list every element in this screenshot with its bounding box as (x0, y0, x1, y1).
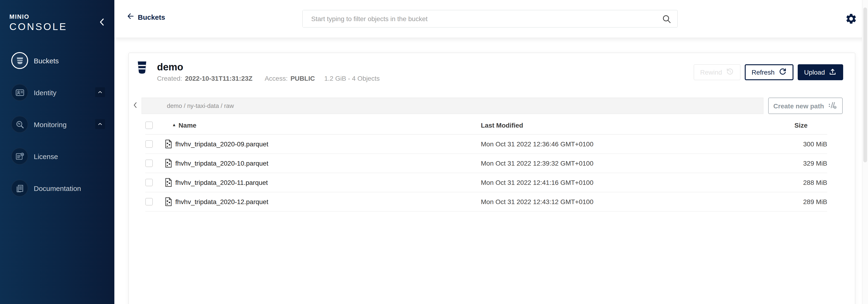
object-file-icon (164, 139, 173, 149)
sidebar-item-label: License (34, 152, 58, 160)
sidebar: MINIO CONSOLE Buckets Identity Monitorin… (0, 0, 114, 304)
bucket-usage-summary: 1.2 GiB - 4 Objects (324, 75, 380, 82)
row-checkbox[interactable] (145, 198, 153, 205)
license-icon (11, 148, 28, 165)
object-file-icon (164, 159, 173, 168)
bucket-browser-card: demo Created: 2022-10-31T11:31:23Z Acces… (128, 53, 855, 304)
sidebar-item-label: Documentation (34, 184, 81, 192)
rewind-icon (726, 67, 734, 77)
access-value: PUBLIC (290, 75, 315, 82)
sidebar-item-label: Buckets (34, 57, 59, 64)
bucket-icon (11, 52, 28, 69)
bucket-name-title: demo (157, 61, 183, 73)
topbar: Buckets (114, 0, 868, 37)
column-header-name[interactable]: ▲ Name (153, 121, 481, 129)
table-row[interactable]: fhvhv_tripdata_2020-10.parquet Mon Oct 3… (145, 154, 827, 173)
row-checkbox[interactable] (145, 140, 153, 148)
refresh-icon (778, 67, 786, 77)
sidebar-item-label: Monitoring (34, 120, 67, 128)
object-last-modified: Mon Oct 31 2022 12:39:32 GMT+0100 (481, 160, 734, 167)
arrow-left-icon (127, 12, 134, 22)
rewind-button[interactable]: Rewind (694, 64, 740, 80)
topbar-title: Buckets (138, 13, 165, 21)
documentation-icon (11, 180, 28, 197)
chevron-left-icon (132, 101, 140, 110)
minio-logo: MINIO CONSOLE (0, 0, 114, 32)
table-header-row: ▲ Name Last Modified Size (145, 116, 827, 135)
sort-ascending-icon: ▲ (172, 123, 176, 127)
create-path-icon (828, 101, 838, 110)
chevron-up-icon[interactable] (95, 119, 105, 129)
bucket-metadata: Created: 2022-10-31T11:31:23Z Access: PU… (157, 75, 380, 82)
table-row[interactable]: fhvhv_tripdata_2020-11.parquet Mon Oct 3… (145, 173, 827, 192)
object-last-modified: Mon Oct 31 2022 12:41:16 GMT+0100 (481, 179, 734, 186)
table-row[interactable]: fhvhv_tripdata_2020-09.parquet Mon Oct 3… (145, 135, 827, 154)
object-filter-searchbox (302, 10, 678, 28)
gear-icon (845, 18, 857, 26)
row-checkbox[interactable] (145, 160, 153, 167)
path-back-button[interactable] (130, 98, 142, 114)
settings-button[interactable] (845, 13, 857, 25)
bucket-actions: Rewind Refresh Upload (694, 64, 843, 80)
column-header-size: Size (734, 121, 827, 129)
object-last-modified: Mon Oct 31 2022 12:43:12 GMT+0100 (481, 198, 734, 205)
object-name: fhvhv_tripdata_2020-12.parquet (175, 198, 268, 205)
created-value: 2022-10-31T11:31:23Z (185, 75, 252, 82)
chevron-up-icon[interactable] (95, 87, 105, 97)
object-size: 300 MiB (734, 140, 827, 148)
sidebar-item-documentation[interactable]: Documentation (0, 172, 114, 204)
breadcrumb: demo / ny-taxi-data / raw (142, 98, 764, 114)
upload-button[interactable]: Upload (798, 64, 843, 80)
identity-icon (11, 84, 28, 101)
bucket-icon (137, 61, 147, 74)
object-file-icon (164, 178, 173, 187)
object-last-modified: Mon Oct 31 2022 12:36:46 GMT+0100 (481, 140, 734, 148)
object-size: 288 MiB (734, 179, 827, 186)
row-checkbox[interactable] (145, 179, 153, 186)
object-filter-input[interactable] (303, 10, 662, 27)
create-new-path-button[interactable]: Create new path (768, 98, 843, 114)
upload-icon (829, 67, 837, 77)
object-name: fhvhv_tripdata_2020-11.parquet (175, 179, 268, 186)
sidebar-item-label: Identity (34, 88, 57, 96)
column-header-last-modified: Last Modified (481, 121, 734, 129)
refresh-button[interactable]: Refresh (744, 64, 793, 80)
sidebar-item-monitoring[interactable]: Monitoring (0, 108, 114, 140)
table-body: fhvhv_tripdata_2020-09.parquet Mon Oct 3… (145, 135, 827, 212)
sidebar-collapse-button[interactable] (97, 17, 107, 27)
scrollbar-thumb[interactable] (863, 7, 867, 162)
sidebar-item-identity[interactable]: Identity (0, 77, 114, 108)
created-label: Created: (157, 75, 182, 82)
back-to-buckets-link[interactable]: Buckets (127, 12, 165, 22)
object-name: fhvhv_tripdata_2020-09.parquet (175, 140, 268, 148)
path-bar: demo / ny-taxi-data / raw Create new pat… (130, 98, 843, 114)
table-row[interactable]: fhvhv_tripdata_2020-12.parquet Mon Oct 3… (145, 192, 827, 212)
object-file-icon (164, 197, 173, 206)
select-all-checkbox[interactable] (145, 121, 153, 129)
search-icon (662, 14, 671, 23)
sidebar-item-license[interactable]: License (0, 140, 114, 172)
object-size: 289 MiB (734, 198, 827, 205)
sidebar-item-buckets[interactable]: Buckets (0, 45, 114, 77)
object-name: fhvhv_tripdata_2020-10.parquet (175, 160, 268, 167)
sidebar-nav: Buckets Identity Monitoring License Docu… (0, 45, 114, 204)
objects-table: ▲ Name Last Modified Size fhvhv_tripdata… (145, 116, 827, 212)
breadcrumb-path: demo / ny-taxi-data / raw (167, 102, 234, 109)
monitoring-icon (11, 116, 28, 133)
access-label: Access: (265, 75, 287, 82)
chevron-left-icon (97, 21, 107, 29)
minio-console-app: MINIO CONSOLE Buckets Identity Monitorin… (0, 0, 868, 304)
vertical-scrollbar[interactable] (862, 0, 868, 304)
object-size: 329 MiB (734, 160, 827, 167)
